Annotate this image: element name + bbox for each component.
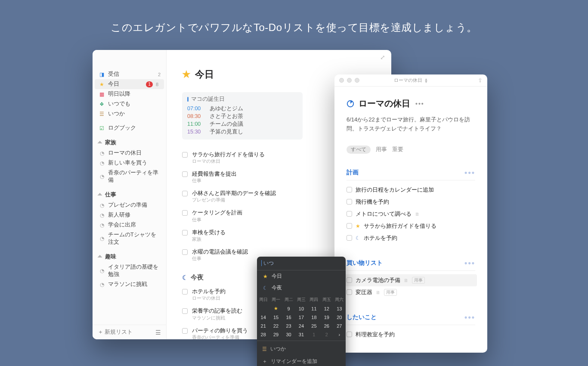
calendar-day[interactable]: 10 (295, 304, 307, 313)
section-heading[interactable]: 買い物リスト••• (347, 259, 475, 271)
project-description[interactable]: 6/14から22までローマ旅行。麻里子とパウロを訪問。トラステヴェレでナイトライ… (347, 115, 475, 133)
checkbox[interactable] (347, 199, 352, 205)
star-icon: ★ (99, 81, 105, 87)
calendar-day[interactable]: 15 (269, 313, 282, 322)
sidebar-area-head[interactable]: 家族 (93, 137, 166, 148)
calendar-day[interactable]: ★ (269, 304, 282, 313)
calendar-day[interactable]: 9 (282, 304, 295, 313)
calendar-day[interactable]: 17 (295, 313, 307, 322)
jump-icon[interactable]: ⤢ (380, 54, 385, 61)
new-list-label: 新規リスト (105, 329, 133, 335)
calendar-day[interactable]: 30 (282, 330, 295, 339)
checkbox[interactable] (347, 211, 352, 217)
task-row[interactable]: メトロについて調べる 🗎 (347, 208, 475, 220)
sidebar-area-head[interactable]: 趣味 (93, 251, 166, 262)
sidebar-project[interactable]: ◔イタリア語の基礎を勉強 (93, 262, 166, 279)
section-heading[interactable]: 計画••• (347, 168, 475, 180)
tag-item[interactable]: 用事 (376, 146, 387, 153)
picker-tonight[interactable]: ☾今夜 (257, 282, 346, 294)
checkbox[interactable] (182, 230, 188, 236)
picker-add-reminder[interactable]: ＋リマインダーを追加 (257, 355, 346, 366)
task-row[interactable]: 飛行機を予約 (347, 196, 475, 208)
task-title: メトロについて調べる (356, 210, 412, 218)
picker-search[interactable]: いつ (257, 257, 346, 270)
sidebar-project[interactable]: ◔チームのTシャツを注文 (93, 230, 166, 247)
calendar-day[interactable]: 26 (320, 322, 333, 330)
task-row[interactable]: ★サラから旅行ガイドを借りる (347, 220, 475, 232)
more-icon[interactable]: ••• (464, 313, 475, 322)
calendar-day[interactable]: 23 (282, 322, 295, 330)
checkbox[interactable] (182, 328, 188, 334)
sidebar-anytime[interactable]: ❖ いつでも (93, 99, 166, 109)
task-title: 旅行の日程をカレンダーに追加 (356, 186, 434, 194)
moon-icon: ☾ (262, 285, 268, 291)
sidebar-someday[interactable]: ☰ いつか (93, 109, 166, 119)
calendar-day[interactable]: 13 (333, 304, 346, 313)
more-icon[interactable]: ••• (415, 100, 424, 107)
tag-item[interactable]: 重要 (392, 146, 403, 153)
tag-all[interactable]: すべて (347, 146, 371, 154)
calendar-day[interactable]: 16 (282, 313, 295, 322)
checkbox[interactable] (347, 223, 352, 229)
sidebar-project[interactable]: ◔香奈のパーティを準備 (93, 168, 166, 185)
picker-someday[interactable]: ☰いつか (257, 343, 346, 355)
sidebar-inbox[interactable]: ◨ 受信 2 (93, 69, 166, 79)
section-heading[interactable]: したいこと••• (347, 313, 475, 325)
calendar-day[interactable]: 21 (257, 322, 269, 330)
checkbox[interactable] (347, 235, 352, 241)
calendar-day[interactable]: 1 (308, 330, 320, 339)
checkbox[interactable] (347, 277, 352, 283)
checkbox[interactable] (182, 210, 188, 216)
checkbox[interactable] (182, 308, 188, 314)
checkbox[interactable] (182, 152, 188, 158)
task-row[interactable]: カメラ電池の予備 🗎 用事 (345, 274, 477, 286)
sidebar-logbook[interactable]: ☑ ログブック (93, 123, 166, 133)
task-row[interactable]: 料理教室を予約 (347, 329, 475, 341)
sidebar-project[interactable]: ◔プレゼンの準備 (93, 200, 166, 210)
calendar-day[interactable] (257, 304, 269, 313)
task-row[interactable]: ☾ホテルを予約 (347, 232, 475, 244)
calendar-day[interactable]: 31 (295, 330, 307, 339)
more-icon[interactable]: ••• (464, 259, 475, 268)
calendar-day[interactable]: 2 (320, 330, 333, 339)
checkbox[interactable] (347, 289, 352, 295)
checkbox[interactable] (182, 191, 188, 196)
detail-window-title[interactable]: ローマの休日 ▲▼ (394, 77, 428, 84)
calendar-day[interactable]: 19 (320, 313, 333, 322)
sidebar-project[interactable]: ◔新人研修 (93, 210, 166, 220)
checkbox[interactable] (182, 249, 188, 255)
task-row[interactable]: 旅行の日程をカレンダーに追加 (347, 184, 475, 196)
more-icon[interactable]: ••• (464, 168, 475, 177)
checkbox[interactable] (182, 289, 188, 295)
calendar-day[interactable]: 20 (333, 313, 346, 322)
picker-calendar[interactable]: 周日周一周二周三周四周五周六 ★910111213141516171819202… (257, 295, 346, 339)
sidebar-project[interactable]: ◔ローマの休日 (93, 148, 166, 158)
sidebar-today[interactable]: ★ 今日 1 8 (95, 79, 164, 89)
window-traffic-lights[interactable] (339, 78, 359, 83)
picker-today[interactable]: ★今日 (257, 270, 346, 282)
sidebar-project[interactable]: ◔新しい車を買う (93, 158, 166, 168)
calendar-day[interactable]: 22 (269, 322, 282, 330)
calendar-day[interactable]: 27 (333, 322, 346, 330)
checkbox[interactable] (347, 332, 352, 337)
calendar-day[interactable]: 24 (295, 322, 307, 330)
calendar-day[interactable]: 18 (308, 313, 320, 322)
schedule-card[interactable]: マコの誕生日 07:00あゆむとジム08:30さと子とお茶11:00チームの会議… (182, 92, 303, 140)
calendar-day[interactable]: 14 (257, 313, 269, 322)
next-month-icon[interactable]: › (333, 330, 346, 339)
settings-icon[interactable]: ☰ (155, 329, 161, 336)
new-list-button[interactable]: ＋ 新規リスト (98, 329, 133, 336)
sidebar-project[interactable]: ◔学会に出席 (93, 220, 166, 230)
task-row[interactable]: 変圧器 🗎 用事 (347, 286, 475, 298)
sidebar-upcoming[interactable]: ▦ 明日以降 (93, 89, 166, 99)
checkbox[interactable] (347, 187, 352, 192)
calendar-day[interactable]: 12 (320, 304, 333, 313)
share-icon[interactable]: ⇪ (478, 77, 483, 84)
calendar-day[interactable]: 25 (308, 322, 320, 330)
sidebar-project[interactable]: ◔マラソンに挑戦 (93, 279, 166, 289)
checkbox[interactable] (182, 171, 188, 177)
calendar-day[interactable]: 29 (269, 330, 282, 339)
sidebar-area-head[interactable]: 仕事 (93, 189, 166, 200)
calendar-day[interactable]: 28 (257, 330, 269, 339)
calendar-day[interactable]: 11 (308, 304, 320, 313)
